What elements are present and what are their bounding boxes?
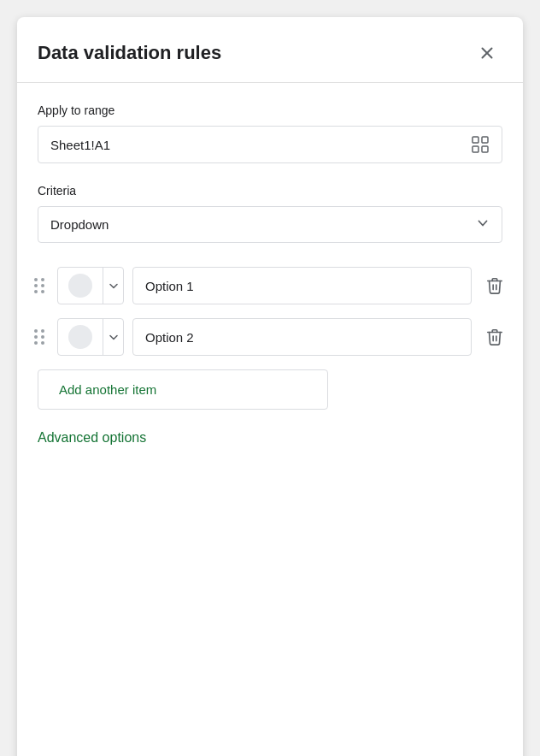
- svg-rect-4: [472, 146, 478, 152]
- close-button[interactable]: [472, 38, 502, 68]
- color-dropdown-arrow-icon-2: [103, 318, 123, 356]
- drag-handle-1[interactable]: [31, 275, 49, 297]
- drag-dot: [41, 284, 44, 287]
- option-text-input-2[interactable]: [132, 318, 472, 356]
- svg-rect-5: [482, 146, 488, 152]
- drag-dot: [34, 290, 38, 293]
- color-picker-button-2[interactable]: [57, 318, 124, 356]
- drag-dot: [41, 335, 44, 339]
- close-icon: [478, 44, 496, 62]
- color-circle-2: [68, 325, 92, 349]
- drag-dot: [34, 329, 38, 333]
- trash-icon-2: [485, 328, 504, 346]
- delete-button-2[interactable]: [480, 322, 509, 351]
- header-divider: [17, 82, 523, 83]
- grid-icon-svg: [471, 135, 490, 154]
- drag-dot: [41, 278, 44, 281]
- data-validation-panel: Data validation rules Apply to range She…: [17, 17, 523, 756]
- color-dropdown-arrow-icon-1: [103, 267, 123, 304]
- advanced-options-button[interactable]: Advanced options: [38, 430, 146, 446]
- range-input-wrapper: Sheet1!A1: [38, 126, 502, 163]
- grid-icon[interactable]: [471, 135, 490, 154]
- drag-dot: [41, 290, 44, 293]
- add-item-section: Add another item: [17, 369, 523, 410]
- drag-dot: [41, 329, 44, 333]
- color-picker-button-1[interactable]: [57, 267, 124, 304]
- drag-dot: [34, 335, 38, 339]
- panel-header: Data validation rules: [17, 17, 523, 82]
- drag-dot: [34, 278, 38, 281]
- panel-title: Data validation rules: [38, 42, 221, 64]
- apply-to-range-section: Apply to range Sheet1!A1: [17, 103, 523, 163]
- drag-dot: [34, 341, 38, 345]
- criteria-label: Criteria: [38, 184, 502, 198]
- option-text-input-1[interactable]: [132, 267, 472, 304]
- advanced-options-section: Advanced options: [17, 430, 523, 446]
- drag-dots-2: [34, 329, 45, 345]
- drag-dot: [34, 284, 38, 287]
- svg-rect-3: [482, 137, 488, 143]
- apply-to-range-label: Apply to range: [38, 103, 502, 117]
- add-item-button[interactable]: Add another item: [38, 369, 328, 410]
- drag-dot: [41, 341, 44, 345]
- criteria-dropdown[interactable]: Dropdown Checkbox Dropdown (from range) …: [38, 206, 502, 243]
- criteria-section: Criteria Dropdown Checkbox Dropdown (fro…: [17, 184, 523, 243]
- option-row-1: [31, 267, 509, 304]
- color-circle-area-1: [58, 267, 103, 304]
- svg-rect-2: [472, 137, 478, 143]
- delete-button-1[interactable]: [480, 271, 509, 300]
- drag-handle-2[interactable]: [31, 326, 49, 348]
- option-row-2: [31, 318, 509, 356]
- range-value: Sheet1!A1: [50, 138, 471, 152]
- color-circle-1: [68, 274, 92, 298]
- trash-icon-1: [485, 276, 504, 295]
- color-circle-area-2: [58, 318, 103, 356]
- criteria-dropdown-wrapper: Dropdown Checkbox Dropdown (from range) …: [38, 206, 502, 243]
- drag-dots-1: [34, 278, 45, 293]
- options-section: [17, 267, 523, 356]
